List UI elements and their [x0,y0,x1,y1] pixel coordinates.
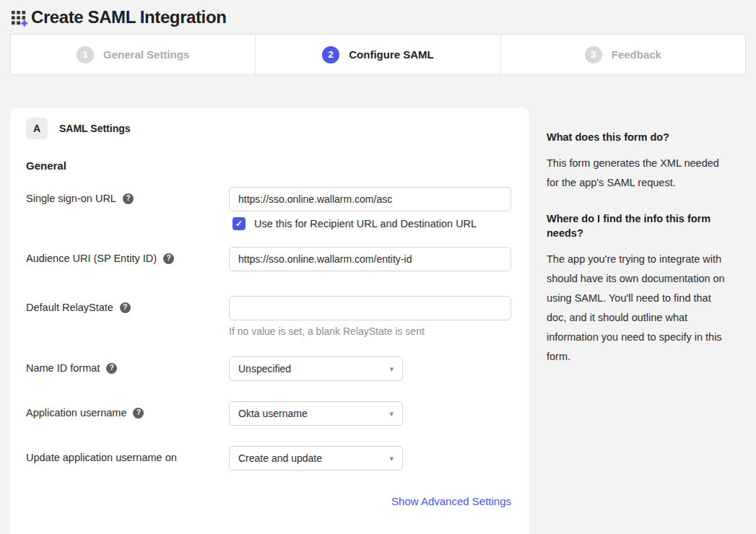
step-number-badge: 2 [322,46,339,64]
field-row-name-id-format: Name ID format ? Unspecified ▾ [26,356,511,381]
check-icon: ✓ [235,219,243,228]
update-application-username-select[interactable]: Create and update ▾ [229,446,403,470]
saml-settings-card: A SAML Settings General Single sign-on U… [10,108,529,534]
field-label-text: Name ID format [26,362,100,374]
help-icon[interactable]: ? [120,302,131,313]
field-row-application-username: Application username ? Okta username ▾ [26,401,511,426]
chevron-down-icon: ▾ [389,455,394,463]
select-value: Create and update [238,452,322,464]
field-row-default-relaystate: Default RelayState ? If no value is set,… [26,296,511,337]
audience-uri-label: Audience URI (SP Entity ID) ? [26,247,229,264]
select-value: Unspecified [238,363,291,375]
chevron-down-icon: ▾ [389,410,394,418]
field-label-text: Audience URI (SP Entity ID) [26,253,157,264]
help-icon[interactable]: ? [123,193,134,204]
name-id-format-label: Name ID format ? [26,356,229,374]
step-feedback[interactable]: 3 Feedback [501,35,745,74]
show-advanced-settings-link[interactable]: Show Advanced Settings [391,495,511,507]
help-answer-1: This form generates the XML needed for t… [547,154,731,193]
wizard-steps: 1 General Settings 2 Configure SAML 3 Fe… [10,34,746,75]
single-sign-on-url-label: Single sign-on URL ? [26,187,229,204]
help-icon[interactable]: ? [106,363,117,374]
application-username-select[interactable]: Okta username ▾ [229,401,403,426]
field-label-text: Update application username on [26,452,177,463]
single-sign-on-url-input[interactable] [229,187,511,211]
step-number-badge: 3 [585,46,602,64]
page-title: Create SAML Integration [31,7,226,27]
default-relaystate-input[interactable] [229,296,511,320]
use-for-recipient-destination-checkbox[interactable]: ✓ Use this for Recipient URL and Destina… [233,217,511,230]
help-icon[interactable]: ? [133,408,144,419]
checkbox-label: Use this for Recipient URL and Destinati… [254,218,477,229]
create-app-icon [10,9,30,28]
update-application-username-label: Update application username on [26,446,229,463]
section-header: A SAML Settings [26,118,511,139]
audience-uri-input[interactable] [229,247,511,271]
select-value: Okta username [238,408,308,419]
help-sidebar: What does this form do? This form genera… [547,108,731,385]
field-row-single-sign-on-url: Single sign-on URL ? ✓ Use this for Reci… [26,187,511,230]
step-configure-saml[interactable]: 2 Configure SAML [256,35,500,74]
section-badge: A [26,118,48,139]
chevron-down-icon: ▾ [389,365,394,373]
field-label-text: Application username [26,407,126,419]
field-label-text: Default RelayState [26,302,113,313]
default-relaystate-label: Default RelayState ? [26,296,229,313]
help-icon[interactable]: ? [163,253,174,264]
step-label: General Settings [103,48,189,61]
step-label: Feedback [612,48,661,61]
field-row-update-application-username: Update application username on Create an… [26,446,511,470]
help-question-1: What does this form do? [547,130,731,144]
application-username-label: Application username ? [26,401,229,419]
name-id-format-select[interactable]: Unspecified ▾ [229,356,403,381]
field-label-text: Single sign-on URL [26,193,116,204]
step-number-badge: 1 [77,46,94,64]
section-title: SAML Settings [59,123,131,134]
help-question-2: Where do I find the info this form needs… [547,211,731,240]
step-label: Configure SAML [349,48,434,61]
help-answer-2: The app you're trying to integrate with … [547,250,731,367]
page-header: Create SAML Integration [0,0,756,29]
step-general-settings[interactable]: 1 General Settings [11,35,256,74]
group-title-general: General [26,159,511,172]
checkbox-checked-icon: ✓ [233,217,246,230]
relaystate-hint: If no value is set, a blank RelayState i… [229,325,511,337]
field-row-audience-uri: Audience URI (SP Entity ID) ? [26,247,511,271]
